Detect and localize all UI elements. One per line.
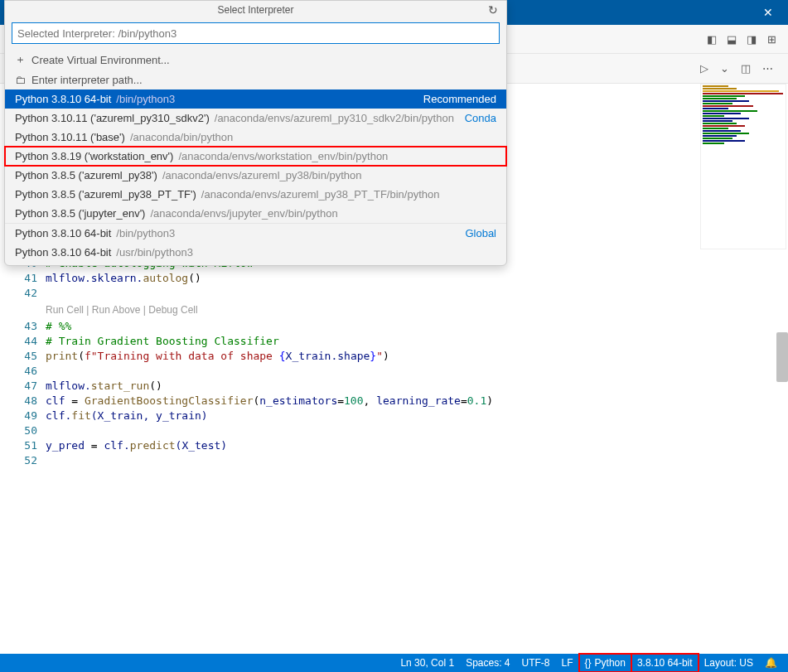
select-interpreter-panel: Select Interpreter ↻ ＋ Create Virtual En…: [4, 0, 507, 266]
close-icon: ✕: [763, 6, 773, 19]
status-encoding[interactable]: UTF-8: [516, 654, 556, 672]
line-number: 43: [24, 319, 37, 334]
close-button[interactable]: ✕: [752, 0, 785, 25]
line-number: 49: [24, 409, 37, 423]
status-cursor-position[interactable]: Ln 30, Col 1: [394, 654, 460, 672]
status-keyboard-layout[interactable]: Layout: US: [699, 654, 759, 672]
enter-interpreter-path-item[interactable]: 🗀 Enter interpreter path...: [5, 70, 506, 89]
interpreter-search-input[interactable]: [12, 22, 500, 44]
line-number: 48: [24, 394, 37, 409]
line-number: 45: [24, 349, 37, 364]
layout-customize-icon[interactable]: ⊞: [765, 32, 778, 46]
run-dropdown-icon[interactable]: ⌄: [720, 62, 729, 75]
interpreter-item[interactable]: Python 3.10.11 ('azureml_py310_sdkv2') /…: [5, 109, 506, 128]
panel-title: Select Interpreter ↻: [5, 1, 506, 19]
create-virtual-env-item[interactable]: ＋ Create Virtual Environment...: [5, 49, 506, 70]
interpreter-list: ＋ Create Virtual Environment... 🗀 Enter …: [5, 49, 506, 265]
interpreter-item[interactable]: Python 3.8.10 64-bit /usr/bin/python3: [5, 243, 506, 265]
layout-panel-icon[interactable]: ⬓: [725, 32, 738, 46]
line-number: 51: [24, 438, 37, 453]
interpreter-item[interactable]: Python 3.8.5 ('jupyter_env') /anaconda/e…: [5, 204, 506, 223]
scrollbar-thumb[interactable]: [776, 332, 788, 382]
status-language[interactable]: {} Python: [579, 654, 631, 672]
line-number: 52: [24, 453, 37, 468]
line-number: 44: [24, 334, 37, 349]
braces-icon: {}: [585, 657, 592, 669]
status-bar: Ln 30, Col 1 Spaces: 4 UTF-8 LF {} Pytho…: [0, 654, 788, 672]
interpreter-search-input-wrapper: [12, 22, 500, 44]
interpreter-item-workstation-env[interactable]: Python 3.8.19 ('workstation_env') /anaco…: [5, 147, 506, 166]
notifications-button[interactable]: 🔔: [759, 654, 783, 672]
status-eol[interactable]: LF: [556, 654, 579, 672]
layout-sidebar-right-icon[interactable]: ◨: [745, 32, 758, 46]
status-indentation[interactable]: Spaces: 4: [460, 654, 515, 672]
plus-icon: ＋: [15, 52, 27, 67]
status-interpreter[interactable]: 3.8.10 64-bit: [631, 654, 699, 672]
refresh-button[interactable]: ↻: [488, 3, 498, 17]
code-lens[interactable]: Run Cell | Run Above | Debug Cell: [46, 302, 788, 317]
minimap[interactable]: [700, 84, 786, 249]
run-button[interactable]: ▷: [700, 62, 708, 75]
interpreter-item[interactable]: Python 3.8.10 64-bit /bin/python3 Recomm…: [5, 89, 506, 109]
line-number: 50: [24, 423, 37, 438]
line-number: 41: [24, 271, 37, 286]
split-editor-icon[interactable]: ◫: [741, 62, 751, 75]
interpreter-item[interactable]: Python 3.8.5 ('azureml_py38_PT_TF') /ana…: [5, 185, 506, 204]
more-actions-icon[interactable]: ⋯: [762, 62, 773, 75]
line-number: 42: [24, 286, 37, 301]
line-number: 46: [24, 364, 37, 379]
interpreter-item[interactable]: Python 3.10.11 ('base') /anaconda/bin/py…: [5, 128, 506, 147]
folder-icon: 🗀: [15, 74, 27, 86]
interpreter-item[interactable]: Python 3.8.10 64-bit /bin/python3 Global: [5, 224, 506, 243]
bell-icon: 🔔: [765, 657, 777, 669]
interpreter-item[interactable]: Python 3.8.5 ('azureml_py38') /anaconda/…: [5, 166, 506, 185]
layout-sidebar-left-icon[interactable]: ◧: [705, 32, 718, 46]
line-number: 47: [24, 379, 37, 394]
